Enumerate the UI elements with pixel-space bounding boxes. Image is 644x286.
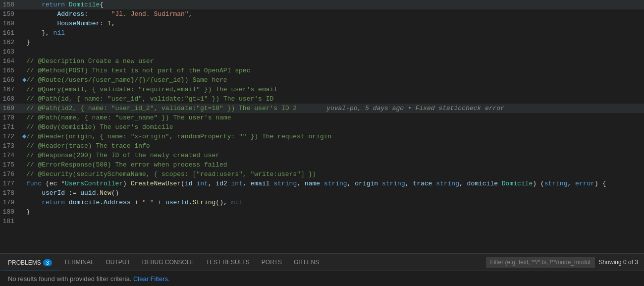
panel-tab-ports[interactable]: PORTS (256, 254, 288, 271)
line-content: Address: "Jl. Jend. Sudirman", (26, 9, 639, 19)
code-line: 168// @Path(id, { name: "user_id", valid… (0, 94, 644, 104)
token-plain: + (154, 199, 165, 206)
panel-content-area: No results found with provided filter cr… (0, 271, 644, 286)
token-plain: , (347, 180, 355, 187)
token-comment: // @Security(securitySchemaName, { scope… (26, 171, 316, 178)
token-variable: origin (355, 180, 378, 187)
token-plain: } (26, 208, 30, 216)
panel-tab-problems[interactable]: PROBLEMS3 (2, 254, 58, 271)
code-line: 174// @Response(200) The ID of the newly… (0, 151, 644, 160)
panel-tab-label: OUTPUT (106, 259, 130, 266)
code-line: 165// @Method(POST) This text is not par… (0, 66, 644, 75)
token-variable: userId (165, 199, 189, 206)
tab-badge: 3 (43, 259, 52, 266)
token-plain (65, 1, 69, 8)
token-number: 1 (107, 20, 111, 27)
code-line: 167// @Query(email, { validate: "require… (0, 85, 644, 94)
filter-input[interactable] (486, 257, 595, 268)
token-comment: // @Route(/users/{user_name}/{}/{user_id… (26, 76, 227, 84)
line-content: // @Header(trace) The trace info (26, 141, 639, 151)
line-number: 175 (0, 160, 22, 170)
token-comment: // @Path(id2, { name: "user_id_2", valid… (26, 105, 297, 112)
token-plain: }, (26, 29, 54, 37)
code-line: 176// @Security(securitySchemaName, { sc… (0, 170, 644, 179)
line-number: 161 (0, 28, 22, 38)
line-content: // @Method(POST) This text is not part o… (26, 66, 639, 75)
token-plain (378, 180, 382, 187)
line-number: 163 (0, 47, 22, 57)
code-line: 161 }, nil (0, 28, 644, 38)
panel-tab-output[interactable]: OUTPUT (100, 254, 136, 271)
panel-tab-debug-console[interactable]: DEBUG CONSOLE (136, 254, 200, 271)
line-content: // @ErrorResponse(500) The error when pr… (26, 160, 639, 170)
token-plain (432, 180, 436, 187)
token-plain: , (189, 10, 193, 18)
line-number: 160 (0, 19, 22, 28)
code-line: 171// @Body(domicile) The user's domicil… (0, 122, 644, 132)
filter-area: Showing 0 of 3 (486, 257, 642, 268)
token-keyword: error (575, 180, 594, 187)
token-plain (26, 199, 42, 206)
token-plain: := (65, 189, 80, 197)
code-line: 175// @ErrorResponse(500) The error when… (0, 160, 644, 170)
line-content: // @Body(domicile) The user's domicile (26, 122, 639, 132)
token-type: UsersController (65, 180, 123, 187)
line-gutter: ◆ (22, 75, 26, 85)
code-line: 159 Address: "Jl. Jend. Sudirman", (0, 9, 644, 19)
token-plain: , (243, 180, 251, 187)
line-number: 165 (0, 66, 22, 75)
code-lines-container: 158 return Domicile{159 Address: "Jl. Je… (0, 0, 644, 253)
line-content: } (26, 207, 639, 217)
line-content: // @Response(200) The ID of the newly cr… (26, 151, 639, 160)
line-content: return Domicile{ (26, 0, 639, 9)
code-line: 163 (0, 47, 644, 57)
token-property: Address (104, 199, 131, 206)
token-keyword: string (273, 180, 297, 187)
line-number: 170 (0, 113, 22, 122)
line-content: // @Description Create a new user (26, 57, 639, 66)
line-number: 164 (0, 57, 22, 66)
token-comment: // @Path(id, { name: "user_id", validate… (26, 95, 273, 103)
line-number: 174 (0, 151, 22, 160)
panel-tab-label: GITLENS (294, 259, 319, 266)
token-plain: , (111, 20, 115, 27)
panel-tab-terminal[interactable]: TERMINAL (58, 254, 100, 271)
line-number: 180 (0, 207, 22, 217)
code-line: 181 (0, 217, 644, 226)
token-comment: // @ErrorResponse(500) The error when pr… (26, 161, 227, 169)
token-plain (320, 180, 324, 187)
token-plain (65, 199, 69, 206)
token-plain: ) (123, 180, 131, 187)
token-keyword: string (382, 180, 405, 187)
token-plain (26, 20, 57, 27)
bottom-panel: PROBLEMS3TERMINALOUTPUTDEBUG CONSOLETEST… (0, 253, 644, 286)
token-keyword: string (324, 180, 347, 187)
token-plain: , (459, 180, 467, 187)
token-comment: // @Response(200) The ID of the newly cr… (26, 152, 219, 159)
line-number: 173 (0, 141, 22, 151)
line-content: } (26, 38, 639, 47)
token-plain: + (131, 199, 142, 206)
token-function: String (193, 199, 216, 206)
token-variable: email (251, 180, 270, 187)
token-plain: : (84, 10, 111, 18)
token-string: "Jl. Jend. Sudirman" (111, 10, 189, 18)
panel-tab-test-results[interactable]: TEST RESULTS (200, 254, 256, 271)
code-line: 162} (0, 38, 644, 47)
token-plain: ) ( (533, 180, 544, 187)
line-number: 166 (0, 75, 22, 85)
token-string: " " (142, 199, 154, 206)
line-number: 171 (0, 122, 22, 132)
code-line: 158 return Domicile{ (0, 0, 644, 9)
line-content: // @Path(id, { name: "user_id", validate… (26, 94, 639, 104)
code-line: 173// @Header(trace) The trace info (0, 141, 644, 151)
clear-filters-link[interactable]: Clear Filters. (133, 275, 170, 283)
token-plain (498, 180, 502, 187)
token-variable: trace (413, 180, 432, 187)
token-variable: id (185, 180, 193, 187)
token-keyword: nil (54, 29, 65, 37)
token-plain: } (26, 39, 30, 46)
panel-tab-gitlens[interactable]: GITLENS (288, 254, 325, 271)
token-comment: // @Body(domicile) The user's domicile (26, 123, 173, 131)
token-plain: (), (215, 199, 231, 206)
